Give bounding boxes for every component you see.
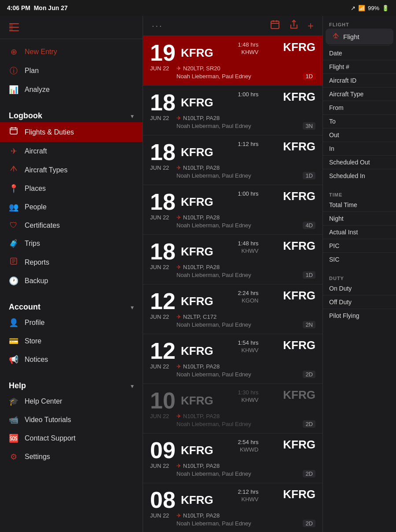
sidebar-item-settings[interactable]: ⚙ Settings bbox=[0, 448, 143, 466]
flight-middle-row: JUN 22 ✈ N10LTP, PA28 bbox=[150, 512, 315, 519]
right-time-header: TIME bbox=[323, 189, 396, 198]
flight-date-from: 18 KFRG bbox=[150, 190, 213, 213]
right-field-out[interactable]: Out bbox=[323, 128, 396, 142]
flight-card[interactable]: 12 KFRG 1:54 hrs KHWV KFRG JUN 22 ✈ N10L… bbox=[143, 334, 323, 384]
sidebar-item-video-tutorials[interactable]: 📹 Video Tutorials bbox=[0, 411, 143, 429]
flight-middle-row: JUN 22 ✈ N10LTP, PA28 bbox=[150, 264, 315, 270]
status-bar: 4:06 PM Mon Jun 27 ↗ 📶 99% 🔋 bbox=[0, 0, 396, 16]
help-center-icon: 🎓 bbox=[9, 397, 18, 406]
flight-duration: 1:54 hrs bbox=[238, 339, 259, 346]
right-field-pic[interactable]: PIC bbox=[323, 239, 396, 253]
sidebar-toggle-button[interactable] bbox=[7, 20, 21, 34]
plan-label: Plan bbox=[25, 67, 39, 75]
help-title: Help bbox=[9, 381, 26, 390]
flight-duration: 1:48 hrs bbox=[238, 240, 259, 247]
flight-month: JUN 22 bbox=[150, 65, 176, 72]
sidebar-item-places[interactable]: 📍 Places bbox=[0, 179, 143, 198]
sidebar-item-certificates[interactable]: 🛡 Certificates bbox=[0, 216, 143, 234]
sidebar-item-aircraft-types[interactable]: Aircraft Types bbox=[0, 160, 143, 179]
flight-card[interactable]: 18 KFRG 1:12 hrs KFRG JUN 22 ✈ N10LTP, P… bbox=[143, 135, 323, 185]
flight-card[interactable]: 18 KFRG 1:48 hrs KHWV KFRG JUN 22 ✈ N10L… bbox=[143, 235, 323, 284]
right-field-off-duty[interactable]: Off Duty bbox=[323, 295, 396, 309]
account-chevron: ▾ bbox=[131, 304, 134, 311]
flight-card[interactable]: 12 KFRG 2:24 hrs KGON KFRG JUN 22 ✈ N2LT… bbox=[143, 284, 323, 334]
sidebar-item-notices[interactable]: 📢 Notices bbox=[0, 350, 143, 369]
flight-date-from: 18 KFRG bbox=[150, 240, 213, 263]
flight-tag: 2D bbox=[303, 420, 315, 428]
right-field-pilot-flying[interactable]: Pilot Flying bbox=[323, 309, 396, 322]
help-header[interactable]: Help ▾ bbox=[0, 376, 143, 392]
sidebar-item-contact-support[interactable]: 🆘 Contact Support bbox=[0, 429, 143, 448]
flight-aircraft: N10LTP, PA28 bbox=[183, 264, 220, 270]
sidebar-account-section: Account ▾ 👤 Profile 💳 Store 📢 Notices bbox=[0, 294, 143, 372]
flight-from-airport: KFRG bbox=[181, 445, 213, 456]
account-title: Account bbox=[9, 302, 40, 312]
flight-card[interactable]: 18 KFRG 1:00 hrs KFRG JUN 22 ✈ N10LTP, P… bbox=[143, 185, 323, 235]
flight-duration: 1:00 hrs bbox=[238, 190, 259, 197]
svg-rect-1 bbox=[9, 23, 19, 24]
flight-date-from: 09 KFRG bbox=[150, 439, 213, 462]
sidebar-item-analyze[interactable]: 📊 Analyze bbox=[0, 80, 143, 99]
flight-to-airport: KFRG bbox=[283, 141, 315, 152]
right-field-aircraft-type[interactable]: Aircraft Type bbox=[323, 87, 396, 101]
calendar-icon[interactable] bbox=[270, 19, 280, 32]
toolbar-dots[interactable]: ··· bbox=[152, 21, 163, 31]
right-item-flight[interactable]: Flight bbox=[326, 29, 393, 44]
right-field-actual-inst[interactable]: Actual Inst bbox=[323, 226, 396, 239]
right-field-aircraft-id[interactable]: Aircraft ID bbox=[323, 74, 396, 87]
right-field-in[interactable]: In bbox=[323, 142, 396, 156]
right-field-sic[interactable]: SIC bbox=[323, 253, 396, 266]
sidebar-item-trips[interactable]: 🧳 Trips bbox=[0, 234, 143, 253]
sidebar-item-reports[interactable]: Reports bbox=[0, 253, 143, 272]
right-field-on-duty[interactable]: On Duty bbox=[323, 282, 396, 295]
certificates-icon: 🛡 bbox=[9, 221, 18, 230]
flight-month: JUN 22 bbox=[150, 115, 176, 121]
right-field-scheduled-in[interactable]: Scheduled In bbox=[323, 169, 396, 182]
sidebar-help-section: Help ▾ 🎓 Help Center 📹 Video Tutorials 🆘… bbox=[0, 372, 143, 470]
sidebar-item-help-center[interactable]: 🎓 Help Center bbox=[0, 392, 143, 411]
flight-duration: 1:12 hrs bbox=[238, 141, 259, 147]
plane-icon: ✈ bbox=[176, 164, 181, 171]
right-field-night[interactable]: Night bbox=[323, 212, 396, 226]
flight-duration: 1:48 hrs bbox=[238, 41, 259, 48]
sidebar-item-backup[interactable]: 🕐 Backup bbox=[0, 272, 143, 290]
sidebar-item-plan[interactable]: ⓘ Plan bbox=[0, 61, 143, 80]
sidebar-item-people[interactable]: 👥 People bbox=[0, 198, 143, 216]
flight-middle-row: JUN 22 ✈ N10LTP, PA28 bbox=[150, 115, 315, 121]
flight-day: 18 bbox=[150, 141, 176, 164]
account-header[interactable]: Account ▾ bbox=[0, 297, 143, 313]
flight-card[interactable]: 08 KFRG 2:12 hrs KHWV KFRG JUN 22 ✈ N10L… bbox=[143, 483, 323, 532]
reports-icon bbox=[9, 257, 18, 267]
flight-card[interactable]: 18 KFRG 1:00 hrs KFRG JUN 22 ✈ N10LTP, P… bbox=[143, 86, 323, 135]
flight-card[interactable]: 09 KFRG 2:54 hrs KWWD KFRG JUN 22 ✈ N10L… bbox=[143, 434, 323, 483]
flight-day: 10 bbox=[150, 389, 176, 412]
flight-people: Noah Lieberman, Paul Edney bbox=[176, 272, 251, 278]
flight-card[interactable]: 10 KFRG 1:30 hrs KHWV KFRG JUN 22 ✈ N10L… bbox=[143, 384, 323, 434]
new-entry-item[interactable]: ⊕ New Entry bbox=[0, 43, 143, 61]
share-icon[interactable] bbox=[289, 19, 299, 32]
video-tutorials-icon: 📹 bbox=[9, 415, 18, 425]
flight-card[interactable]: 19 KFRG 1:48 hrs KHWV KFRG JUN 22 ✈ N20L… bbox=[143, 36, 323, 86]
right-field-from[interactable]: From bbox=[323, 101, 396, 115]
sidebar-item-aircraft[interactable]: ✈ Aircraft bbox=[0, 142, 143, 160]
flight-bottom-row: Noah Lieberman, Paul Edney 4D bbox=[150, 222, 315, 229]
logbook-header[interactable]: Logbook ▾ bbox=[0, 106, 143, 122]
right-field-total-time[interactable]: Total Time bbox=[323, 198, 396, 212]
flight-card-top: 18 KFRG 1:48 hrs KHWV KFRG bbox=[150, 240, 315, 263]
backup-icon: 🕐 bbox=[9, 276, 18, 286]
add-icon[interactable]: + bbox=[308, 20, 314, 32]
right-field-date[interactable]: Date bbox=[323, 47, 396, 60]
sidebar-item-store[interactable]: 💳 Store bbox=[0, 332, 143, 350]
right-field-flight-num[interactable]: Flight # bbox=[323, 60, 396, 74]
trips-icon: 🧳 bbox=[9, 239, 18, 248]
sidebar-item-flights-duties[interactable]: Flights & Duties bbox=[0, 122, 143, 142]
sidebar-item-profile[interactable]: 👤 Profile bbox=[0, 313, 143, 332]
flight-bottom-row: Noah Lieberman, Paul Edney 2D bbox=[150, 420, 315, 428]
flight-people: Noah Lieberman, Paul Edney bbox=[176, 73, 251, 80]
svg-rect-4 bbox=[10, 128, 17, 134]
right-field-scheduled-out[interactable]: Scheduled Out bbox=[323, 156, 396, 169]
flight-to-airport: KFRG bbox=[283, 488, 315, 500]
right-field-to[interactable]: To bbox=[323, 115, 396, 128]
location-icon: ↗ bbox=[351, 5, 356, 11]
flight-tag: 1D bbox=[303, 73, 315, 80]
